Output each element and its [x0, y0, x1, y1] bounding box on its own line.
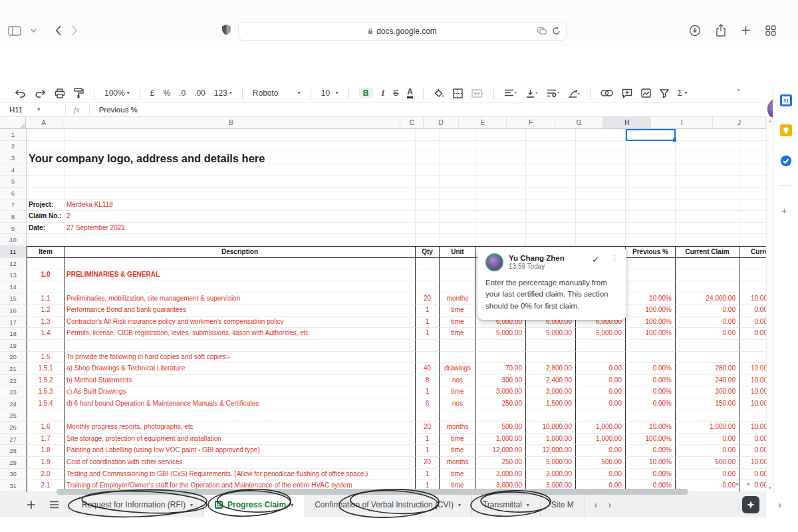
cell[interactable]: 1	[416, 469, 440, 481]
cell[interactable]	[416, 129, 440, 141]
cell[interactable]: 1	[416, 434, 440, 446]
cell[interactable]	[626, 164, 676, 176]
redo-icon[interactable]	[35, 89, 46, 98]
cell[interactable]	[440, 176, 476, 188]
row-header[interactable]: 21	[0, 363, 27, 375]
font-size-select[interactable]: 10▾	[321, 88, 338, 98]
cell[interactable]	[440, 352, 476, 364]
row-header[interactable]: 8	[0, 211, 27, 223]
cell[interactable]: Painting and Labelling (using low VOC pa…	[65, 445, 416, 457]
cell[interactable]	[526, 164, 576, 176]
sidebar-chevron-icon[interactable]	[31, 29, 37, 33]
row-header[interactable]: 27	[0, 434, 27, 446]
cell[interactable]: 500.00	[476, 422, 526, 434]
cell[interactable]	[65, 258, 416, 270]
row-header[interactable]: 28	[0, 445, 27, 457]
row-header[interactable]: 13	[0, 269, 27, 281]
cell[interactable]: Site storage, protection of equipment an…	[65, 434, 416, 446]
column-header-A[interactable]: A	[26, 117, 63, 129]
cell[interactable]	[440, 211, 476, 223]
cell[interactable]	[27, 281, 65, 293]
row-header[interactable]: 11	[0, 246, 27, 258]
horizontal-align-icon[interactable]	[504, 89, 517, 97]
cell[interactable]: 0.00	[676, 434, 739, 446]
cell[interactable]: 1.2	[27, 305, 65, 317]
cell[interactable]	[65, 234, 416, 246]
cell[interactable]: 5,000.00	[576, 328, 626, 340]
cell[interactable]: time	[440, 445, 476, 457]
sheet-tab-site-m[interactable]: Site M	[541, 492, 585, 517]
cell[interactable]	[27, 176, 65, 188]
cell[interactable]: 40	[416, 363, 440, 375]
cell[interactable]: 100.00%	[626, 434, 676, 446]
cell[interactable]: 5,000.00	[526, 328, 576, 340]
cell[interactable]: 1.6	[27, 422, 65, 434]
cell[interactable]: 1.5.4	[27, 398, 65, 410]
cell[interactable]	[526, 410, 576, 422]
resolve-comment-icon[interactable]: ✓	[591, 253, 600, 265]
cell[interactable]: 1.7	[27, 434, 65, 446]
cell[interactable]	[739, 223, 766, 235]
sheet-tab-transmittal[interactable]: Transmittal▾	[472, 492, 541, 517]
cell[interactable]: 280.00	[676, 363, 739, 375]
cell[interactable]: 20	[416, 422, 440, 434]
print-icon[interactable]	[55, 88, 65, 98]
row-header[interactable]: 9	[0, 223, 27, 235]
sheet-tab-progress-claim[interactable]: Progress Claim▾	[204, 492, 304, 517]
column-header-I[interactable]: I	[651, 117, 713, 129]
row-header[interactable]: 14	[0, 281, 27, 293]
cell[interactable]	[676, 258, 739, 270]
cell[interactable]	[65, 281, 416, 293]
cell[interactable]	[676, 141, 739, 153]
cell[interactable]: months	[440, 293, 476, 305]
cell[interactable]	[576, 129, 626, 141]
cell[interactable]	[65, 176, 416, 188]
cell[interactable]	[526, 152, 576, 164]
cell[interactable]	[526, 352, 576, 364]
cell[interactable]: 0.00%	[626, 386, 676, 398]
paint-format-icon[interactable]	[74, 88, 84, 98]
cell[interactable]	[739, 188, 766, 200]
cell[interactable]	[739, 234, 766, 246]
vertical-align-icon[interactable]	[526, 89, 538, 98]
column-header-E[interactable]: E	[459, 117, 507, 129]
cell[interactable]	[576, 211, 626, 223]
cell[interactable]	[65, 410, 416, 422]
cell[interactable]	[626, 352, 676, 364]
cell[interactable]: 0.00	[739, 305, 766, 317]
cell[interactable]: Preliminaries, mobilization, site manage…	[65, 293, 416, 305]
cell[interactable]: 0.00	[739, 328, 766, 340]
explore-button[interactable]	[742, 496, 759, 513]
cell[interactable]: 100.00%	[626, 305, 676, 317]
cell[interactable]: 2,800.00	[526, 363, 576, 375]
cell[interactable]	[476, 340, 526, 352]
cell[interactable]: 10.00%	[626, 293, 676, 305]
cell[interactable]	[416, 188, 440, 200]
downloads-icon[interactable]	[689, 25, 701, 37]
sidebar-toggle-icon[interactable]	[8, 26, 21, 36]
cell[interactable]: 0.00%	[626, 375, 676, 387]
cell[interactable]: 0.00%	[626, 445, 676, 457]
cell[interactable]: 1.3	[27, 317, 65, 329]
cell[interactable]	[27, 164, 65, 176]
insert-comment-icon[interactable]	[622, 88, 632, 98]
add-sheet-icon[interactable]	[27, 500, 36, 509]
cell[interactable]	[739, 152, 766, 164]
cell[interactable]: 1.4	[27, 328, 65, 340]
cell[interactable]	[626, 129, 676, 141]
cell[interactable]	[440, 152, 476, 164]
collapse-toolbar-icon[interactable]: ⌃	[735, 88, 741, 96]
cell[interactable]	[476, 188, 526, 200]
row-header[interactable]: 25	[0, 410, 27, 422]
cell[interactable]: 100.00%	[626, 328, 676, 340]
cell[interactable]: Item	[27, 246, 65, 258]
cell[interactable]: 0.00	[739, 469, 766, 481]
italic-button[interactable]: I	[382, 88, 385, 98]
cell[interactable]: 1,000.00	[676, 422, 739, 434]
row-header[interactable]: 7	[0, 200, 27, 211]
cell[interactable]	[576, 410, 626, 422]
cell[interactable]: 10.00%	[626, 422, 676, 434]
row-header[interactable]: 16	[0, 305, 27, 317]
row-header[interactable]: 30	[0, 469, 27, 481]
cell[interactable]: time	[440, 328, 476, 340]
